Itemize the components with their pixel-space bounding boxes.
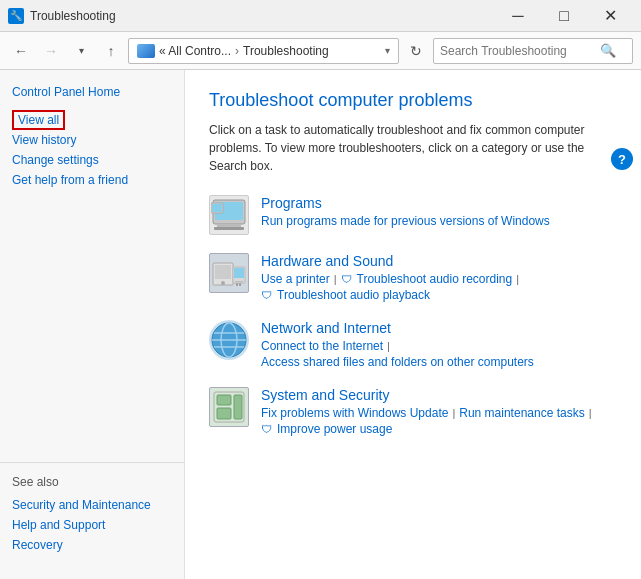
- address-bar: ← → ▾ ↑ « All Contro... › Troubleshootin…: [0, 32, 641, 70]
- shield-icon-2: 🛡: [261, 289, 272, 301]
- svg-rect-13: [239, 283, 241, 286]
- main-content: Control Panel Home View all View history…: [0, 70, 641, 579]
- svg-rect-12: [236, 283, 238, 286]
- svg-rect-4: [217, 224, 241, 227]
- security-link-maintenance[interactable]: Run maintenance tasks: [459, 406, 584, 420]
- svg-rect-22: [234, 395, 242, 419]
- separator-1: |: [334, 273, 337, 285]
- category-programs: Programs Run programs made for previous …: [209, 195, 617, 235]
- svg-rect-20: [217, 395, 231, 405]
- svg-rect-21: [217, 408, 231, 419]
- hardware-links-2: 🛡 Troubleshoot audio playback: [261, 288, 617, 302]
- refresh-button[interactable]: ↻: [403, 38, 429, 64]
- programs-svg: [211, 198, 247, 232]
- system-svg: [210, 388, 248, 426]
- svg-point-8: [221, 281, 225, 285]
- see-also-label: See also: [12, 475, 172, 489]
- programs-links: Run programs made for previous versions …: [261, 214, 617, 228]
- sidebar-view-history[interactable]: View history: [12, 130, 172, 150]
- address-path-box[interactable]: « All Contro... › Troubleshooting ▾: [128, 38, 399, 64]
- sidebar-top-section: Control Panel Home: [0, 82, 184, 102]
- network-link-shared[interactable]: Access shared files and folders on other…: [261, 355, 534, 369]
- page-title: Troubleshoot computer problems: [209, 90, 617, 111]
- sidebar-links-section: View all View history Change settings Ge…: [0, 110, 184, 190]
- sidebar-view-all[interactable]: View all: [12, 110, 65, 130]
- path-icon: [137, 44, 155, 58]
- window-title: Troubleshooting: [30, 9, 495, 23]
- window-controls: ─ □ ✕: [495, 0, 633, 32]
- network-icon: [209, 320, 249, 360]
- svg-rect-7: [215, 265, 231, 279]
- sidebar-help-support[interactable]: Help and Support: [12, 515, 172, 535]
- dropdown-button[interactable]: ▾: [68, 38, 94, 64]
- security-title[interactable]: System and Security: [261, 387, 617, 403]
- shield-icon-3: 🛡: [261, 423, 272, 435]
- hardware-links: Use a printer | 🛡 Troubleshoot audio rec…: [261, 272, 617, 286]
- see-also-section: See also Security and Maintenance Help a…: [0, 462, 184, 567]
- programs-link-1[interactable]: Run programs made for previous versions …: [261, 214, 550, 228]
- help-button[interactable]: ?: [611, 148, 633, 170]
- hardware-link-printer[interactable]: Use a printer: [261, 272, 330, 286]
- network-links-2: Access shared files and folders on other…: [261, 355, 617, 369]
- svg-rect-3: [212, 204, 222, 212]
- chevron-down-icon[interactable]: ▾: [385, 45, 390, 56]
- hardware-title[interactable]: Hardware and Sound: [261, 253, 617, 269]
- sidebar-security-maintenance[interactable]: Security and Maintenance: [12, 495, 172, 515]
- network-title[interactable]: Network and Internet: [261, 320, 617, 336]
- sidebar: Control Panel Home View all View history…: [0, 70, 185, 579]
- hardware-link-audio-play[interactable]: Troubleshoot audio playback: [277, 288, 430, 302]
- separator-2: |: [516, 273, 519, 285]
- sidebar-get-help[interactable]: Get help from a friend: [12, 170, 172, 190]
- sidebar-change-settings[interactable]: Change settings: [12, 150, 172, 170]
- hardware-link-audio-rec[interactable]: Troubleshoot audio recording: [357, 272, 513, 286]
- network-link-connect[interactable]: Connect to the Internet: [261, 339, 383, 353]
- window-icon: 🔧: [8, 8, 24, 24]
- title-bar: 🔧 Troubleshooting ─ □ ✕: [0, 0, 641, 32]
- path-arrow: ›: [235, 44, 239, 58]
- separator-5: |: [589, 407, 592, 419]
- security-links-2: 🛡 Improve power usage: [261, 422, 617, 436]
- shield-icon-1: 🛡: [341, 273, 352, 285]
- svg-rect-10: [234, 268, 244, 278]
- maximize-button[interactable]: □: [541, 0, 587, 32]
- hardware-icon: [209, 253, 249, 293]
- search-icon: 🔍: [600, 43, 616, 58]
- sidebar-control-panel-home[interactable]: Control Panel Home: [12, 82, 172, 102]
- security-links: Fix problems with Windows Update | Run m…: [261, 406, 617, 420]
- programs-content: Programs Run programs made for previous …: [261, 195, 617, 228]
- network-content: Network and Internet Connect to the Inte…: [261, 320, 617, 369]
- network-links: Connect to the Internet |: [261, 339, 617, 353]
- hardware-content: Hardware and Sound Use a printer | 🛡 Tro…: [261, 253, 617, 302]
- path-prefix: « All Contro...: [159, 44, 231, 58]
- svg-rect-5: [214, 227, 244, 230]
- category-security: System and Security Fix problems with Wi…: [209, 387, 617, 436]
- programs-icon: [209, 195, 249, 235]
- programs-title[interactable]: Programs: [261, 195, 617, 211]
- hardware-svg: [210, 255, 248, 291]
- content-area: Troubleshoot computer problems Click on …: [185, 70, 641, 579]
- close-button[interactable]: ✕: [587, 0, 633, 32]
- search-box[interactable]: 🔍: [433, 38, 633, 64]
- back-button[interactable]: ←: [8, 38, 34, 64]
- network-svg: [210, 321, 248, 359]
- svg-rect-11: [235, 281, 243, 282]
- path-current: Troubleshooting: [243, 44, 329, 58]
- category-network: Network and Internet Connect to the Inte…: [209, 320, 617, 369]
- separator-3: |: [387, 340, 390, 352]
- minimize-button[interactable]: ─: [495, 0, 541, 32]
- security-content: System and Security Fix problems with Wi…: [261, 387, 617, 436]
- security-link-power[interactable]: Improve power usage: [277, 422, 392, 436]
- page-description: Click on a task to automatically trouble…: [209, 121, 609, 175]
- separator-4: |: [452, 407, 455, 419]
- security-link-update[interactable]: Fix problems with Windows Update: [261, 406, 448, 420]
- search-input[interactable]: [440, 44, 600, 58]
- category-hardware: Hardware and Sound Use a printer | 🛡 Tro…: [209, 253, 617, 302]
- system-icon: [209, 387, 249, 427]
- sidebar-recovery[interactable]: Recovery: [12, 535, 172, 555]
- forward-button[interactable]: →: [38, 38, 64, 64]
- up-button[interactable]: ↑: [98, 38, 124, 64]
